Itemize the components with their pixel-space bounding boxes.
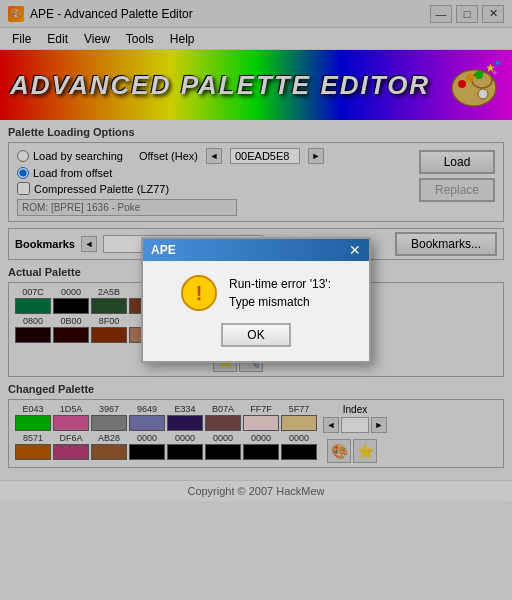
modal-overlay: APE ✕ ! Run-time error '13': Type mismat…	[0, 0, 512, 600]
warning-icon: !	[181, 275, 217, 311]
modal-text-block: Run-time error '13': Type mismatch	[229, 275, 331, 311]
modal-title-bar: APE ✕	[143, 239, 369, 261]
modal-message-2: Type mismatch	[229, 293, 331, 311]
modal-message-row: ! Run-time error '13': Type mismatch	[181, 275, 331, 311]
modal-ok-button[interactable]: OK	[221, 323, 290, 347]
modal-message-1: Run-time error '13':	[229, 275, 331, 293]
modal-title: APE	[151, 243, 176, 257]
modal-body: ! Run-time error '13': Type mismatch OK	[143, 261, 369, 361]
modal-dialog: APE ✕ ! Run-time error '13': Type mismat…	[141, 237, 371, 363]
modal-close-btn[interactable]: ✕	[349, 243, 361, 257]
